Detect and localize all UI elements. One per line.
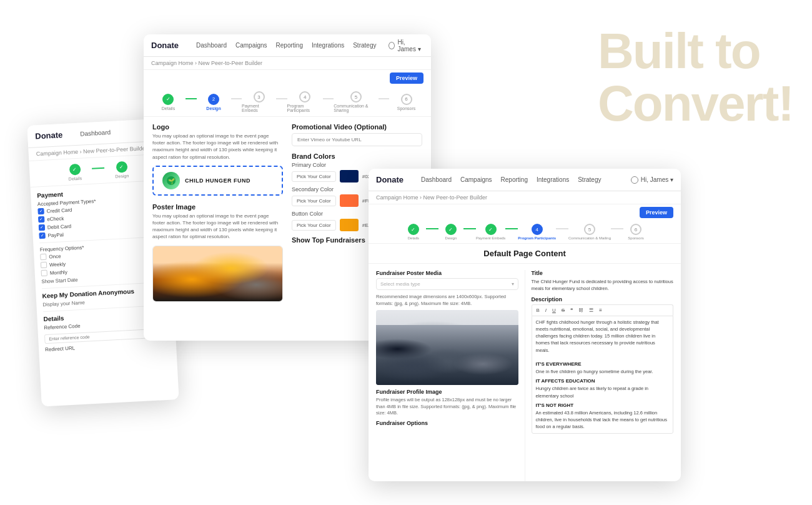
ordered-list-btn[interactable]: ≡ [597,307,604,314]
debit-label: Debit Card [47,223,72,230]
w3-step-line-5 [611,228,623,229]
w3-step-circle-4: 4 [532,224,543,235]
bold-label-3: IT'S NOT RIGHT [536,402,670,409]
org-name: CHILD HUNGER FUND [185,178,250,184]
org-logo-icon: 🌱 [162,172,180,189]
button-color-swatch [340,219,359,231]
secondary-color-swatch [340,194,359,207]
step-line-done-1 [186,98,197,99]
globe-icon-3 [631,176,638,184]
echeck-cb[interactable] [38,216,45,223]
img-dimensions-hint: Recommended image dimensions are 1400x60… [376,294,518,307]
w3-step4[interactable]: 4 Program Participants [518,224,556,240]
step4[interactable]: 4 Program Participants [287,91,323,112]
nav-strategy-2[interactable]: Strategy [353,42,376,49]
monthly-cb[interactable] [41,270,48,277]
quote-btn[interactable]: ❝ [568,307,575,314]
step-2[interactable]: ✓ Design [104,161,139,179]
credit-card-cb[interactable] [37,208,44,215]
nav-integrations-2[interactable]: Integrations [312,42,344,49]
link-btn[interactable]: ⛓ [577,307,585,314]
secondary-color-picker[interactable]: Pick Your Color [292,196,336,206]
paypal-cb[interactable] [39,232,46,239]
nav-dashboard[interactable]: Dashboard [80,129,111,138]
step-line-1 [92,167,104,169]
editor-toolbar: B I U S ❝ ⛓ ☰ ≡ [532,304,674,316]
bold1-text: One in five children go hungry sometime … [536,368,670,375]
video-url-input[interactable] [292,133,422,146]
chevron-down-icon: ▾ [512,281,514,287]
brand-colors-title: Brand Colors [292,152,422,160]
weekly-cb[interactable] [41,262,47,269]
win3-logo: Donate [376,175,404,184]
desc-content: CHF fights childhood hunger through a ho… [536,319,670,354]
w3-step1[interactable]: ✓ Details [401,224,426,240]
preview-button-3[interactable]: Preview [640,207,673,218]
primary-color-picker[interactable]: Pick Your Color [292,171,336,182]
win3-steps: ✓ Details ✓ Design ✓ Payment Embeds 4 Pr… [369,221,681,244]
win2-logo: Donate [151,41,179,50]
w3-step-circle-2: ✓ [445,224,457,235]
win3-right-panel: Title The Child Hunger Fund is dedicated… [525,270,674,481]
bold-btn[interactable]: B [535,307,542,314]
w3-step-circle-1: ✓ [408,224,419,235]
button-color-picker[interactable]: Pick Your Color [292,220,336,231]
user-label-2: Hi, James ▾ [397,39,423,52]
nav-campaigns-3[interactable]: Campaigns [460,176,492,183]
w3-step-line-3 [505,228,518,229]
step-1[interactable]: ✓ Details [57,163,92,182]
echeck-label: eCheck [47,216,64,222]
step2[interactable]: 2 Design [197,94,231,111]
bold3-text: An estimated 43.8 million Americans, inc… [536,409,670,431]
photo-people-overlay [376,325,518,385]
w3-step-line-1 [426,228,438,229]
paypal-label: PayPal [47,232,64,238]
step5[interactable]: 5 Communication & Sharing [334,91,378,112]
poster-media-select[interactable]: Select media type ▾ [376,278,518,290]
step6[interactable]: 6 Sponsors [389,94,423,111]
nav-integrations-3[interactable]: Integrations [537,176,569,183]
primary-color-label: Primary Color [292,162,422,168]
w3-step-circle-5: 5 [584,224,595,235]
step-circle-6: 6 [401,94,412,105]
underline-btn[interactable]: U [550,307,558,314]
w3-step5[interactable]: 5 Communication & Mailing [568,224,611,240]
w3-step-line-4 [556,228,568,229]
step-circle-active: 2 [208,94,219,105]
title-label: Title [532,270,674,276]
debit-cb[interactable] [39,224,46,231]
win2-nav-user: Hi, James ▾ [389,39,423,52]
w3-step3[interactable]: ✓ Payment Embeds [476,224,505,240]
nav-reporting-2[interactable]: Reporting [276,42,303,49]
w3-step6[interactable]: 6 Sponsors [623,224,648,240]
primary-color-swatch [340,170,359,182]
weekly-label: Weekly [49,261,66,268]
win2-breadcrumb: Campaign Home › New Peer-to-Peer Builder [144,57,431,70]
win3-nav-links: Dashboard Campaigns Reporting Integratio… [421,176,601,183]
win3-navbar: Donate Dashboard Campaigns Reporting Int… [369,169,681,191]
fundraiser-options-label: Fundraiser Options [376,420,518,426]
description-editor[interactable]: CHF fights childhood hunger through a ho… [532,316,674,434]
nav-dashboard-2[interactable]: Dashboard [196,42,227,49]
step-circle-3: 3 [254,91,265,102]
bold-label-2: IT AFFECTS EDUCATION [536,378,670,385]
preview-button[interactable]: Preview [390,72,423,84]
monthly-label: Monthly [50,269,67,276]
italic-btn[interactable]: I [543,307,548,314]
step-circle-1: ✓ [69,164,81,176]
poster-media-label: Fundraiser Poster Media [376,270,518,276]
nav-campaigns-2[interactable]: Campaigns [235,42,267,49]
step-line-2 [231,98,242,99]
strikethrough-btn[interactable]: S [560,307,567,314]
once-cb[interactable] [40,254,47,261]
win1-nav-links: Dashboard [80,129,111,138]
w3-step2[interactable]: ✓ Design [438,224,463,240]
step3[interactable]: 3 Payment Embeds [242,91,276,112]
step1[interactable]: ✓ Details [151,94,186,111]
nav-strategy-3[interactable]: Strategy [578,176,601,183]
logo-upload-box[interactable]: 🌱 CHILD HUNGER FUND [152,166,283,196]
nav-reporting-3[interactable]: Reporting [501,176,528,183]
win2-navbar: Donate Dashboard Campaigns Reporting Int… [144,34,431,57]
list-btn[interactable]: ☰ [587,307,595,314]
nav-dashboard-3[interactable]: Dashboard [421,176,452,183]
